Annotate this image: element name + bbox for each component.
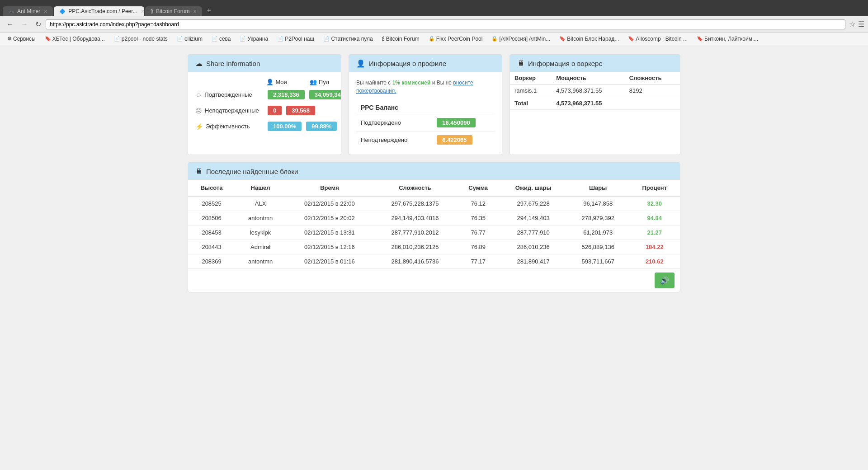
cell-percent-4: 210.62 (629, 254, 680, 269)
page-content: ☁ Share Information 👤 Мои 👥 Пул (0, 45, 868, 452)
bookmark-ukraine-icon: 📄 (240, 36, 246, 42)
bookmark-p2pool-our-icon: 📄 (277, 36, 283, 42)
bookmark-ellizium[interactable]: 📄 ellizium (173, 35, 206, 43)
bookmark-stats-icon: 📄 (323, 36, 330, 42)
bookmark-ellizium-label: ellizium (184, 36, 203, 42)
bookmark-block-icon: 🔖 (559, 36, 566, 42)
bookmark-p2pool[interactable]: 📄 p2pool - node stats (110, 35, 171, 43)
worker-col-power: Мощность (552, 72, 625, 85)
new-tab-button[interactable]: + (203, 5, 214, 16)
bookmark-seva[interactable]: 📄 сёва (208, 35, 235, 43)
col-expected: Ожид. шары (500, 180, 566, 196)
col-difficulty: Сложность (373, 180, 457, 196)
col-height: Высота (188, 180, 235, 196)
unconfirmed-balance-badge: 6.422065 (437, 135, 472, 145)
unconfirmed-balance-row: Неподтверждено 6.422065 (356, 132, 495, 149)
profile-note: Вы майните с 1% комиссией и Вы не вносит… (356, 79, 495, 95)
tab-ant-miner[interactable]: 🐜 Ant Miner ✕ (3, 6, 53, 16)
worker-table-head: Воркер Мощность Сложность (510, 72, 680, 85)
tab-bar: 🐜 Ant Miner ✕ 🔷 PPC.AsicTrade.com / Peer… (0, 0, 868, 16)
cell-time-1: 02/12/2015 в 20:02 (286, 211, 373, 226)
bookmark-ukraine[interactable]: 📄 Украина (236, 35, 272, 43)
worker-table: Воркер Мощность Сложность ramsis.1 4,573… (510, 72, 680, 110)
share-col-headers: 👤 Мои 👥 Пул (195, 79, 334, 85)
bookmark-ellizium-icon: 📄 (177, 36, 183, 42)
cell-time-0: 02/12/2015 в 22:00 (286, 196, 373, 211)
bookmark-xbtec[interactable]: 🔖 ХБТес | Оборудова... (41, 35, 108, 43)
cell-time-4: 02/12/2015 в 01:16 (286, 254, 373, 269)
cell-shares-1: 278,979,392 (567, 211, 629, 226)
unconfirmed-balance-value: 6.422065 (432, 132, 495, 149)
profile-info-icon: 👤 (356, 59, 365, 68)
bookmark-antmin[interactable]: 🔒 [All/Россия] AntMin... (488, 35, 554, 43)
bookmark-fixx[interactable]: 🔒 Fixx PeerCoin Pool (425, 35, 486, 43)
cell-amount-1: 76.35 (457, 211, 500, 226)
bookmark-p2pool-our[interactable]: 📄 P2Pool нащ (274, 35, 318, 43)
cell-height-0: 208525 (188, 196, 235, 211)
tab-ppc-close[interactable]: ✕ (141, 9, 145, 14)
cell-percent-0: 32.30 (629, 196, 680, 211)
tab-bitcoin-forum-close[interactable]: ✕ (193, 9, 197, 14)
bookmark-seva-label: сёва (219, 36, 231, 42)
blocks-icon: 🖥 (195, 167, 203, 175)
address-bar[interactable] (46, 19, 845, 29)
bookmark-bitcoin-forum[interactable]: ₿ Bitcoin Forum (378, 35, 423, 43)
worker-header-row: Воркер Мощность Сложность (510, 72, 680, 85)
confirmed-balance-badge: 16.450090 (437, 118, 475, 127)
sound-btn-container: 🔊 (188, 269, 680, 292)
share-info-title: Share Information (206, 60, 260, 67)
unconfirmed-row: ☹ Неподтвержденные 0 39,568 (195, 106, 334, 115)
cell-amount-0: 76.12 (457, 196, 500, 211)
blocks-row-3: 208443 Admiral 02/12/2015 в 12:16 286,01… (188, 240, 680, 254)
menu-icon[interactable]: ☰ (858, 20, 864, 28)
cell-expected-2: 287,777,910 (500, 226, 566, 240)
col-percent: Процент (629, 180, 680, 196)
blocks-row-2: 208453 lesykipk 02/12/2015 в 13:31 287,7… (188, 226, 680, 240)
cell-difficulty-2: 287,777,910.2012 (373, 226, 457, 240)
tab-bitcoin-forum[interactable]: ₿ Bitcoin Forum ✕ (145, 6, 202, 16)
back-button[interactable]: ← (4, 19, 16, 29)
cell-amount-4: 77.17 (457, 254, 500, 269)
balance-label: РРС Баланс (356, 100, 495, 114)
confirmed-my-badge: 2,318,336 (268, 90, 305, 99)
reload-button[interactable]: ↻ (33, 19, 44, 29)
cell-finder-2: lesykipk (235, 226, 286, 240)
bookmark-p2pool-label: p2pool - node stats (122, 36, 168, 42)
bookmark-bitcoin-ru[interactable]: 🔖 Биткоин, Лайткоим,... (693, 35, 762, 43)
confirmed-label: Подтвержденные (204, 91, 252, 98)
col-pool-label: 👥 Пул (310, 79, 329, 85)
sound-icon: 🔊 (660, 277, 669, 284)
bookmark-services[interactable]: ⚙ Сервисы (4, 35, 39, 43)
cell-percent-3: 184.22 (629, 240, 680, 254)
cell-percent-1: 94.84 (629, 211, 680, 226)
tab-ant-miner-close[interactable]: ✕ (44, 9, 47, 14)
worker-info-card: 🖥 Информация о воркере Воркер Мощность С… (509, 54, 680, 155)
efficiency-my-badge: 100.00% (268, 122, 302, 131)
bookmark-stats[interactable]: 📄 Статистика пула (320, 35, 376, 43)
confirmed-label-col: ☺ Подтвержденные (195, 91, 268, 99)
bookmark-alloscomp[interactable]: 🔖 Alloscomp : Bitcoin ... (624, 35, 691, 43)
worker-table-scroll[interactable]: Воркер Мощность Сложность ramsis.1 4,573… (510, 72, 680, 110)
bookmark-bitcoin-forum-label: Bitcoin Forum (386, 36, 420, 42)
cell-height-2: 208453 (188, 226, 235, 240)
sound-button[interactable]: 🔊 (655, 273, 675, 288)
blocks-row-4: 208369 antontmn 02/12/2015 в 01:16 281,8… (188, 254, 680, 269)
bookmark-alloscomp-icon: 🔖 (628, 36, 634, 42)
cell-shares-4: 593,711,667 (567, 254, 629, 269)
tab-ppc[interactable]: 🔷 PPC.AsicTrade.com / Peer... ✕ (54, 6, 144, 16)
cell-expected-0: 297,675,228 (500, 196, 566, 211)
cell-difficulty-1: 294,149,403.4816 (373, 211, 457, 226)
cell-shares-2: 61,201,973 (567, 226, 629, 240)
content-wrapper: ☁ Share Information 👤 Мои 👥 Пул (181, 54, 687, 292)
worker-info-body: Воркер Мощность Сложность ramsis.1 4,573… (510, 72, 680, 110)
bookmark-bitcoin-ru-label: Биткоин, Лайткоим,... (704, 36, 758, 42)
profile-info-header: 👤 Информация о профиле (349, 55, 502, 72)
unconfirmed-pool-badge: 39,568 (286, 106, 315, 115)
star-icon[interactable]: ☆ (849, 20, 855, 28)
forward-button[interactable]: → (18, 19, 31, 29)
cell-difficulty-4: 281,890,416.5736 (373, 254, 457, 269)
bookmark-block[interactable]: 🔖 Bitcoin Блок Нарад... (556, 35, 623, 43)
tab-ppc-label: PPC.AsicTrade.com / Peer... (68, 8, 137, 14)
bookmark-services-label: Сервисы (13, 36, 36, 42)
bookmark-antmin-label: [All/Россия] AntMin... (499, 36, 550, 42)
